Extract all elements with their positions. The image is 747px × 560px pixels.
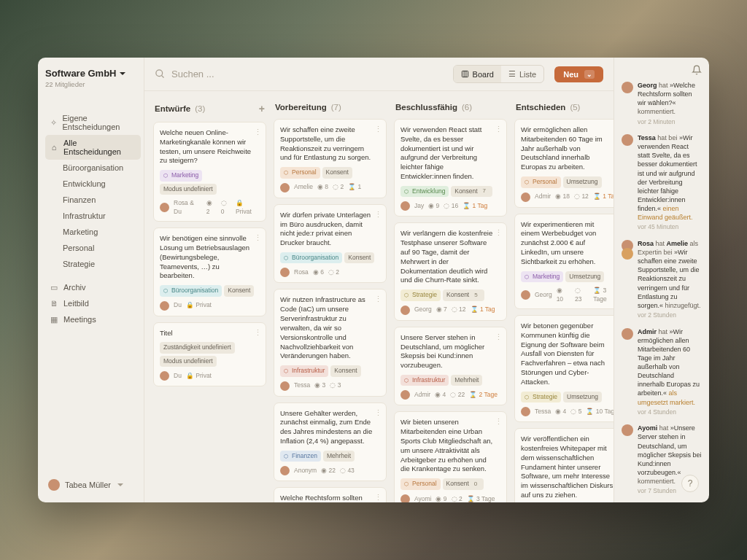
- card[interactable]: ⋮ Wir verwenden React statt Svelte, da e…: [394, 119, 507, 217]
- tag[interactable]: Umsetzung: [563, 176, 602, 187]
- nav-own-decisions[interactable]: ✧ Eigene Entscheidungen: [45, 110, 141, 135]
- comments: ◌ 43: [340, 467, 355, 475]
- tag[interactable]: Finanzen: [280, 451, 321, 462]
- tag[interactable]: Zuständigkeit undefiniert: [160, 342, 235, 353]
- tag[interactable]: Konsent 0: [443, 478, 484, 489]
- tag[interactable]: Konsent: [322, 167, 352, 178]
- org-switcher[interactable]: Software GmbH: [45, 68, 141, 79]
- tag[interactable]: Marketing: [160, 170, 202, 181]
- card[interactable]: ⋮ Wir benötigen eine sinnvolle Lösung um…: [153, 228, 266, 316]
- tag[interactable]: Personal: [521, 176, 561, 187]
- tag[interactable]: Personal: [400, 478, 441, 489]
- tag[interactable]: Mehrheit: [323, 451, 355, 462]
- card-menu-button[interactable]: ⋮: [495, 228, 502, 238]
- card[interactable]: ⋮ Wir dürfen private Unterlagen im Büro …: [274, 204, 387, 284]
- card[interactable]: ⋮ Wir verlängern die kostenfreie Testpha…: [394, 222, 507, 320]
- card-menu-button[interactable]: ⋮: [495, 124, 502, 135]
- help-button[interactable]: ?: [681, 475, 699, 492]
- tag[interactable]: Büroorganisation: [280, 252, 342, 263]
- card[interactable]: ⋮ Welche neuen Online-Marketingkanäle kö…: [153, 122, 266, 222]
- card[interactable]: ⋮ Wir veröffentlichen ein kostenfreies W…: [514, 428, 614, 502]
- activity-item[interactable]: Rosa hat Amelie als Expertin bei »Wir sc…: [622, 239, 702, 320]
- time: ⌛ 10 Tage: [586, 408, 614, 416]
- card-menu-button[interactable]: ⋮: [374, 124, 382, 135]
- tag[interactable]: Infrastruktur: [400, 375, 449, 386]
- user-menu[interactable]: Tabea Müller: [45, 475, 141, 495]
- activity-item[interactable]: Admir hat »Wir ermöglichen allen Mitarbe…: [622, 327, 702, 417]
- nav-archiv[interactable]: ▭ Archiv: [45, 279, 141, 295]
- tag[interactable]: Konsent: [330, 365, 360, 376]
- avatar: [48, 479, 60, 491]
- card-menu-button[interactable]: ⋮: [254, 233, 261, 244]
- search-input[interactable]: Suchen ...: [155, 69, 443, 79]
- nav-category-personal[interactable]: Personal: [58, 240, 141, 256]
- nav-meetings[interactable]: ▦ Meetings: [45, 311, 141, 327]
- card-menu-button[interactable]: ⋮: [495, 416, 502, 427]
- topbar: Suchen ... Board ☰ Liste Neu ⌄: [144, 58, 614, 91]
- nav-category-infrastruktur[interactable]: Infrastruktur: [58, 208, 141, 224]
- tag[interactable]: Modus undefiniert: [160, 184, 217, 195]
- card-title: Wir nutzen Infrastructure as Code (IaC) …: [280, 295, 380, 361]
- sidebar: Software GmbH 22 Mitglieder ✧ Eigene Ent…: [38, 58, 144, 502]
- column-header: Entwürfe (3)+: [153, 103, 266, 122]
- tag[interactable]: Entwicklung: [400, 186, 449, 197]
- card[interactable]: ⋮ Unsere Gehälter werden, zunächst einma…: [274, 402, 387, 482]
- tag[interactable]: Strategie: [521, 392, 561, 402]
- card-menu-button[interactable]: ⋮: [374, 492, 382, 502]
- nav-all-decisions[interactable]: ⌂ Alle Entscheidungen: [45, 135, 141, 160]
- card[interactable]: ⋮ Unsere Server stehen in Deutschland, u…: [394, 327, 507, 406]
- card-title: Welche Rechtsform sollten wir wählen?: [280, 494, 380, 502]
- new-button[interactable]: Neu ⌄: [554, 66, 603, 82]
- tag[interactable]: Büroorganisation: [160, 285, 222, 296]
- view-list-button[interactable]: ☰ Liste: [501, 66, 543, 82]
- tag[interactable]: Konsent 5: [443, 289, 484, 300]
- time: ⌛ 3 Tage: [467, 495, 495, 502]
- tag[interactable]: Umsetzung: [563, 392, 602, 402]
- tag[interactable]: Konsent 7: [451, 186, 492, 197]
- tag[interactable]: Infrastruktur: [280, 365, 328, 376]
- tag[interactable]: Umsetzung: [565, 271, 604, 282]
- card[interactable]: ⋮ Titel Zuständigkeit undefiniertModus u…: [153, 322, 266, 387]
- avatar: [622, 134, 633, 146]
- card-menu-button[interactable]: ⋮: [374, 408, 382, 419]
- card-menu-button[interactable]: ⋮: [254, 127, 261, 138]
- card-menu-button[interactable]: ⋮: [374, 294, 382, 305]
- add-card-button[interactable]: +: [259, 103, 265, 114]
- org-name: Software GmbH: [45, 68, 117, 79]
- tag[interactable]: Konsent: [224, 285, 254, 296]
- activity-item[interactable]: Georg hat »Welche Rechtsform sollten wir…: [622, 81, 702, 126]
- card[interactable]: ⋮ Welche Rechtsform sollten wir wählen? …: [274, 487, 387, 502]
- nav-category-marketing[interactable]: Marketing: [58, 224, 141, 240]
- time: ⌛ 1: [348, 183, 361, 191]
- activity-item[interactable]: Tessa hat bei »Wir verwenden React statt…: [622, 133, 702, 232]
- nav-category-entwicklung[interactable]: Entwicklung: [58, 176, 141, 192]
- avatar: [400, 390, 410, 400]
- card-menu-button[interactable]: ⋮: [254, 327, 261, 338]
- nav-category-büroorganisation[interactable]: Büroorganisation: [58, 160, 141, 176]
- card[interactable]: ⋮ Wir schaffen eine zweite Supportstelle…: [274, 119, 387, 198]
- comments: ◌ 2: [452, 495, 462, 502]
- tag[interactable]: Marketing: [521, 271, 563, 282]
- card[interactable]: ⋮ Wir ermöglichen allen Mitarbeitenden 6…: [514, 119, 614, 208]
- card[interactable]: ⋮ Wir experimentieren mit einem Werbebud…: [514, 214, 614, 309]
- view-board-button[interactable]: Board: [454, 66, 501, 82]
- nav-leitbild[interactable]: 🗎 Leitbild: [45, 295, 141, 311]
- nav-category-strategie[interactable]: Strategie: [58, 256, 141, 272]
- nav-category-finanzen[interactable]: Finanzen: [58, 192, 141, 208]
- tag[interactable]: Modus undefiniert: [160, 356, 217, 367]
- card-menu-button[interactable]: ⋮: [495, 332, 502, 343]
- bell-icon[interactable]: [692, 65, 702, 75]
- document-icon: 🗎: [50, 299, 58, 308]
- card[interactable]: ⋮ Wir bieten unseren Mitarbeitenden eine…: [394, 411, 507, 502]
- column-vorbereitung: Vorbereitung (7)⋮ Wir schaffen eine zwei…: [274, 103, 387, 502]
- tag[interactable]: Mehrheit: [451, 375, 482, 386]
- comments: ◌ 0: [221, 199, 231, 216]
- card[interactable]: ⋮ Wir betonen gegenüber Kommunen künftig…: [514, 315, 614, 422]
- svg-rect-2: [462, 71, 468, 77]
- tag[interactable]: Strategie: [400, 289, 441, 300]
- tag[interactable]: Konsent: [344, 252, 374, 263]
- card-menu-button[interactable]: ⋮: [374, 209, 382, 220]
- card[interactable]: ⋮ Wir nutzen Infrastructure as Code (IaC…: [274, 289, 387, 396]
- comments: ◌ 12: [452, 306, 466, 314]
- tag[interactable]: Personal: [280, 167, 320, 178]
